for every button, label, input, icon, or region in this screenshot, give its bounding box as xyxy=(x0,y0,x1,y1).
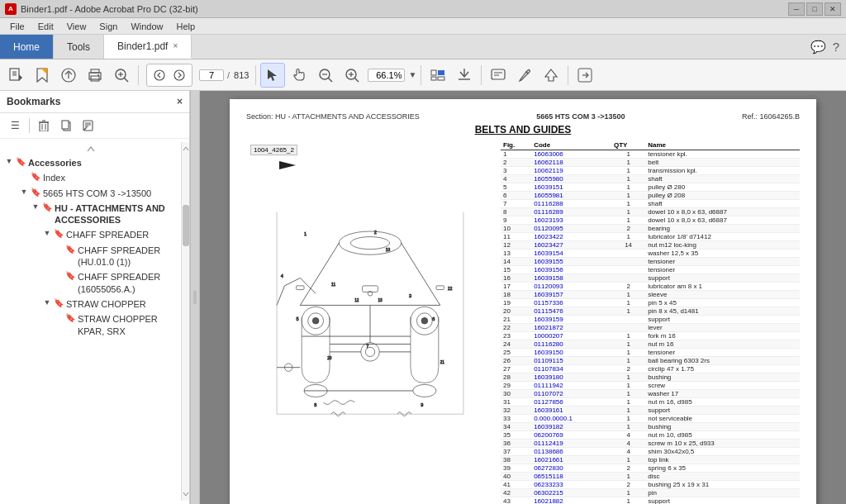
cell-code: 16021872 xyxy=(531,324,611,332)
tree-item-straw-chopper-child[interactable]: 🔖 STRAW CHOPPER KPAR, SRX xyxy=(0,311,181,339)
svg-rect-33 xyxy=(492,69,505,79)
cell-name: tensioner kpl. xyxy=(645,150,800,159)
menu-view[interactable]: View xyxy=(60,20,93,33)
sidebar-header: Bookmarks × xyxy=(0,91,189,113)
cell-fig: 35 xyxy=(501,431,531,440)
sidebar-menu-button[interactable]: ☰ xyxy=(5,116,25,135)
menu-sign[interactable]: Sign xyxy=(93,20,124,33)
cell-code: 16039150 xyxy=(531,349,611,357)
sidebar-close-button[interactable]: × xyxy=(177,96,183,107)
cell-code: 01120093 xyxy=(531,283,611,291)
upload-button[interactable] xyxy=(56,63,81,88)
cell-qty: 1 xyxy=(611,349,645,357)
export-button[interactable] xyxy=(573,63,597,88)
tree-item-straw-chopper[interactable]: ▼ 🔖 STRAW CHOPPER xyxy=(0,297,181,311)
create-pdf-button[interactable] xyxy=(3,63,28,88)
menu-file[interactable]: File xyxy=(3,20,31,33)
download-button[interactable] xyxy=(452,63,477,88)
cell-code: 01107834 xyxy=(531,365,611,373)
svg-text:2: 2 xyxy=(374,230,377,235)
scrollbar-up[interactable] xyxy=(182,142,189,155)
scrollbar-thumb[interactable] xyxy=(183,205,189,246)
menu-help[interactable]: Help xyxy=(170,20,202,33)
sidebar-scroll[interactable]: ▼ 🔖 Accessories 🔖 Index ▼ 🔖 5665 HTS COM… xyxy=(0,142,181,501)
cell-code: 06200769 xyxy=(531,431,611,440)
tab-tools[interactable]: Tools xyxy=(54,35,104,59)
sidebar-scrollbar[interactable] xyxy=(181,142,189,501)
toggle-accessories[interactable]: ▼ xyxy=(3,157,15,165)
tree-item-accessories[interactable]: ▼ 🔖 Accessories xyxy=(0,155,181,170)
zoom-in-btn2[interactable] xyxy=(340,63,364,88)
cell-fig: 36 xyxy=(501,440,531,448)
toggle-5665[interactable]: ▼ xyxy=(18,188,30,196)
scroll-up-button[interactable] xyxy=(0,142,181,155)
tree-item-chaff-spreader[interactable]: ▼ 🔖 CHAFF SPREADER xyxy=(0,227,181,242)
hand-tool-button[interactable] xyxy=(287,63,311,88)
tree-item-chaff-spreader-2[interactable]: 🔖 CHAFF SPREADER (16055056.A.) xyxy=(0,269,181,297)
toggle-straw-chopper[interactable]: ▼ xyxy=(41,298,53,307)
bookmark-icon-accessories: 🔖 xyxy=(15,157,26,166)
help-icon[interactable]: ? xyxy=(833,40,839,54)
sidebar-link-button[interactable] xyxy=(78,116,98,135)
toggle-chaff-spreader[interactable]: ▼ xyxy=(41,229,53,237)
cell-code: 16039182 xyxy=(531,423,611,431)
bookmark-button[interactable] xyxy=(30,63,55,88)
diagram-arrow xyxy=(279,157,304,174)
svg-point-53 xyxy=(339,231,401,254)
comment-tool-button[interactable] xyxy=(486,63,511,88)
print-button[interactable] xyxy=(83,63,107,88)
view-mode-button[interactable] xyxy=(425,63,450,88)
svg-point-66 xyxy=(361,343,380,362)
cell-code: 16023422 xyxy=(531,233,611,241)
window-controls[interactable]: ─ □ ✕ xyxy=(788,2,841,16)
scrollbar-track[interactable] xyxy=(182,155,189,487)
svg-rect-27 xyxy=(431,70,436,75)
maximize-button[interactable]: □ xyxy=(806,2,823,16)
select-tool-button[interactable] xyxy=(260,63,285,88)
label-index: Index xyxy=(41,172,65,183)
cell-name: shim 30x42x0,5 xyxy=(645,448,800,456)
tab-document[interactable]: Binder1.pdf × xyxy=(104,35,192,59)
cell-qty: 1 xyxy=(611,340,645,349)
tree-item-hu[interactable]: ▼ 🔖 HU - ATTACHMENTS AND ACCESSORIES xyxy=(0,201,181,228)
cell-qty: 1 xyxy=(611,175,645,183)
menu-edit[interactable]: Edit xyxy=(31,20,60,33)
cell-name: bushing xyxy=(645,423,800,431)
zoom-dropdown-icon[interactable]: ▼ xyxy=(408,70,416,79)
next-page-button[interactable] xyxy=(170,66,188,84)
table-row: 41 06233233 2 bushing 25 x 19 x 31 xyxy=(501,481,800,489)
comment-icon[interactable]: 💬 xyxy=(810,40,826,55)
bookmark-icon-straw-child: 🔖 xyxy=(64,313,76,322)
zoom-input[interactable]: 66.1% xyxy=(368,69,405,82)
cell-fig: 6 xyxy=(501,192,531,200)
highlight-tool-button[interactable] xyxy=(539,63,563,88)
zoom-out-button[interactable] xyxy=(313,63,338,88)
tab-home[interactable]: Home xyxy=(0,35,54,59)
svg-line-14 xyxy=(124,78,128,82)
tab-close-button[interactable]: × xyxy=(173,41,178,50)
tree-item-index[interactable]: 🔖 Index xyxy=(0,170,181,185)
pen-tool-button[interactable] xyxy=(512,63,537,88)
menu-bar: File Edit View Sign Window Help xyxy=(0,18,846,35)
cell-qty: 1 xyxy=(611,200,645,208)
menu-window[interactable]: Window xyxy=(124,20,169,33)
cell-fig: 27 xyxy=(501,365,531,373)
minimize-button[interactable]: ─ xyxy=(788,2,805,16)
sidebar-delete-button[interactable] xyxy=(34,116,54,135)
page-area[interactable]: Section: HU - ATTACHMENTS AND ACCESSORIE… xyxy=(200,91,846,504)
table-row: 16 16039158 support xyxy=(501,274,800,283)
prev-page-button[interactable] xyxy=(150,66,169,84)
cell-fig: 39 xyxy=(501,464,531,473)
table-row: 31 01127856 1 nut m 16, d985 xyxy=(501,398,800,407)
scrollbar-down[interactable] xyxy=(182,487,189,501)
close-button[interactable]: ✕ xyxy=(825,2,841,16)
sidebar-copy-button[interactable] xyxy=(56,116,76,135)
tree-item-chaff-spreader-1[interactable]: 🔖 CHAFF SPREADER (HU.01.0 (1)) xyxy=(0,243,181,270)
page-number-input[interactable]: 7 xyxy=(199,69,224,81)
resize-handle[interactable] xyxy=(190,91,200,504)
cell-name: screw xyxy=(645,382,800,390)
cell-name: nut m 16, d985 xyxy=(645,398,800,407)
zoom-in-button[interactable] xyxy=(109,63,134,88)
tree-item-5665[interactable]: ▼ 🔖 5665 HTS COM 3 ->13500 xyxy=(0,186,181,201)
toggle-hu[interactable]: ▼ xyxy=(30,202,41,211)
